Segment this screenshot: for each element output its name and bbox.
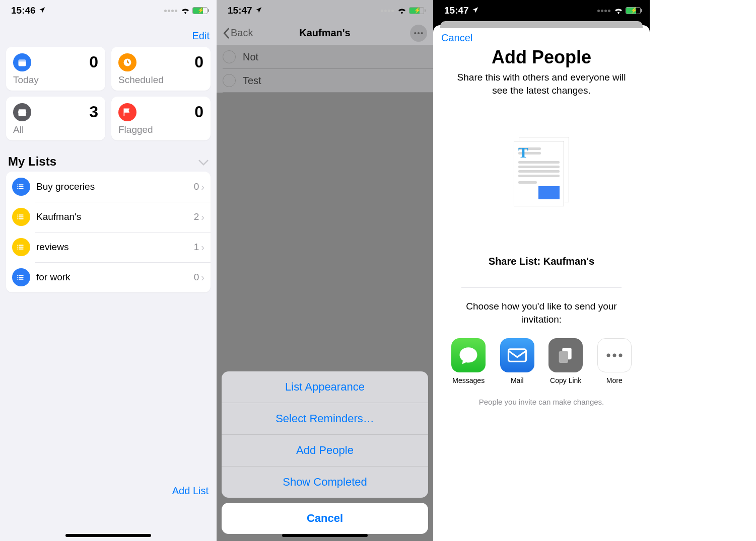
task-list: Not Test [217, 45, 433, 93]
cancel-button[interactable]: Cancel [441, 32, 642, 44]
nav-title: Kaufman's [299, 27, 350, 39]
task-row[interactable]: Test [223, 69, 433, 93]
card-today[interactable]: 0 Today [6, 47, 105, 91]
svg-point-14 [17, 279, 18, 280]
my-lists-group: Buy groceries 0 › Kaufman's 2 › reviews … [6, 172, 211, 292]
status-time: 15:46 [11, 5, 36, 16]
task-checkbox[interactable] [223, 74, 236, 87]
task-text: Test [243, 75, 261, 87]
svg-point-3 [17, 184, 18, 185]
list-count: 0 [194, 272, 199, 283]
list-count: 0 [194, 181, 199, 192]
list-bullet-icon [12, 268, 30, 286]
card-all[interactable]: 3 All [6, 97, 105, 140]
share-label: Copy Link [550, 376, 581, 384]
status-time: 15:47 [228, 5, 252, 16]
chevron-right-icon: › [201, 272, 204, 283]
list-title: Kaufman's [36, 211, 194, 222]
list-count: 1 [194, 242, 199, 253]
list-item[interactable]: Kaufman's 2 › [6, 202, 211, 232]
list-detail-screen: 15:47 ⚡ Back Kaufman's Not [217, 0, 433, 541]
chevron-right-icon: › [201, 242, 204, 253]
reminders-home-screen: 15:46 ⚡ Edit 0 Today [0, 0, 217, 541]
battery-icon: ⚡ [192, 7, 208, 14]
list-bullet-icon [12, 208, 30, 226]
svg-rect-18 [508, 349, 526, 361]
cancel-button[interactable]: Cancel [222, 503, 428, 534]
signal-icon [164, 10, 177, 12]
back-label: Back [231, 27, 253, 39]
list-title: reviews [36, 242, 194, 253]
tray-icon [13, 103, 31, 121]
footer-note: People you invite can make changes. [441, 398, 642, 406]
mail-icon [500, 338, 534, 372]
share-messages[interactable]: Messages [448, 338, 489, 384]
card-count: 0 [89, 53, 98, 71]
share-more[interactable]: More [594, 338, 635, 384]
wifi-icon [180, 7, 190, 14]
list-title: Buy groceries [36, 181, 194, 192]
svg-rect-20 [559, 351, 568, 362]
location-icon [472, 5, 479, 16]
card-label: Flagged [118, 124, 203, 135]
task-text: Not [243, 51, 258, 63]
my-lists-header[interactable]: My Lists [0, 142, 217, 172]
location-icon [255, 5, 262, 16]
add-people-screen: 15:47 ⚡ Cancel Add People Share this wit… [433, 0, 650, 541]
list-item[interactable]: Buy groceries 0 › [6, 172, 211, 202]
list-bullet-icon [12, 238, 30, 256]
share-label: Mail [511, 376, 524, 384]
share-list-label: Share List: Kaufman's [441, 256, 642, 267]
svg-point-5 [17, 188, 18, 189]
edit-button[interactable]: Edit [0, 21, 217, 45]
svg-point-21 [606, 353, 610, 357]
clock-icon [118, 53, 136, 71]
svg-point-13 [17, 277, 18, 278]
share-mail[interactable]: Mail [497, 338, 537, 384]
card-scheduled[interactable]: 0 Scheduled [111, 47, 211, 91]
home-indicator[interactable] [65, 534, 151, 537]
svg-point-7 [17, 216, 18, 217]
action-list-appearance[interactable]: List Appearance [222, 371, 428, 403]
list-item[interactable]: for work 0 › [6, 262, 211, 292]
card-count: 0 [194, 103, 203, 121]
svg-point-9 [17, 245, 18, 246]
back-button[interactable]: Back [223, 27, 253, 39]
home-indicator[interactable] [282, 534, 368, 537]
share-options-row: Messages Mail Copy Link More [441, 338, 642, 384]
svg-point-16 [418, 32, 420, 34]
card-label: All [13, 124, 98, 135]
action-select-reminders[interactable]: Select Reminders… [222, 403, 428, 435]
action-show-completed[interactable]: Show Completed [222, 467, 428, 498]
share-sheet: Cancel Add People Share this with others… [433, 25, 650, 541]
svg-point-6 [17, 214, 18, 215]
status-time: 15:47 [444, 5, 469, 16]
share-copy-link[interactable]: Copy Link [545, 338, 586, 384]
svg-point-17 [421, 32, 423, 34]
signal-icon [381, 10, 394, 12]
card-flagged[interactable]: 0 Flagged [111, 97, 211, 140]
status-bar: 15:47 ⚡ [433, 0, 650, 21]
messages-icon [451, 338, 486, 372]
task-row[interactable]: Not [223, 45, 433, 69]
list-title: for work [36, 272, 194, 283]
more-icon [597, 338, 632, 372]
list-item[interactable]: reviews 1 › [6, 232, 211, 262]
battery-icon: ⚡ [626, 7, 641, 14]
document-icon: T [441, 137, 642, 207]
calendar-icon [13, 53, 31, 71]
flag-icon [118, 103, 136, 121]
svg-point-15 [414, 32, 416, 34]
svg-point-11 [17, 249, 18, 250]
location-icon [39, 5, 46, 16]
card-count: 3 [89, 103, 98, 121]
task-checkbox[interactable] [223, 50, 236, 63]
wifi-icon [613, 7, 624, 14]
my-lists-title: My Lists [8, 154, 56, 169]
signal-icon [597, 10, 610, 12]
more-button[interactable] [410, 25, 427, 42]
add-list-button[interactable]: Add List [172, 485, 209, 497]
svg-point-23 [618, 353, 622, 357]
action-add-people[interactable]: Add People [222, 435, 428, 467]
card-label: Today [13, 74, 98, 86]
